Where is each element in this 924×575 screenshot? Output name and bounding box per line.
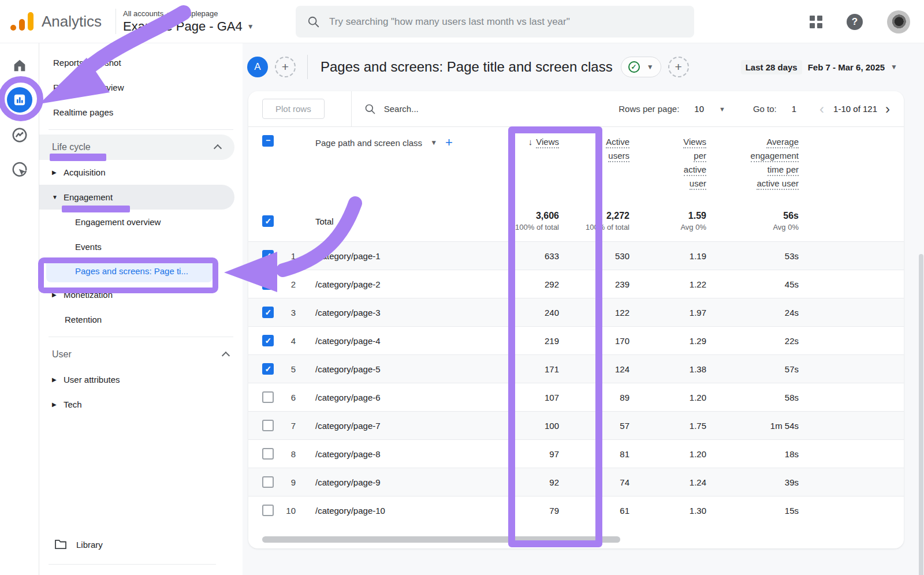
add-dimension-icon[interactable]: +	[445, 135, 453, 150]
page-path: /category/page-2	[304, 279, 485, 289]
date-range-value: Feb 7 - Mar 6, 2025	[808, 62, 885, 72]
chevron-down-icon: ▼	[891, 63, 897, 71]
table-search-input[interactable]: Search...	[364, 103, 419, 115]
page-path: /category/page-1	[304, 251, 485, 261]
row-checkbox[interactable]	[262, 476, 274, 488]
add-comparison-button[interactable]: +	[275, 57, 296, 77]
column-header-views-per-active-user[interactable]: Views per active user	[636, 135, 713, 191]
pagination-range: 1-10 of 121	[833, 104, 877, 114]
dimension-header[interactable]: Page path and screen class ▼ +	[304, 135, 485, 150]
page-path: /category/page-10	[304, 506, 485, 516]
reports-sidebar: Reports snapshot Realtime overview Realt…	[39, 43, 243, 575]
explore-icon[interactable]	[8, 123, 32, 147]
page-path: /category/page-9	[304, 477, 485, 487]
row-checkbox[interactable]	[262, 391, 274, 403]
search-placeholder: Try searching "how many users last month…	[329, 16, 570, 28]
help-icon[interactable]: ?	[847, 14, 863, 30]
global-search-input[interactable]: Try searching "how many users last month…	[296, 6, 694, 38]
sidebar-item-realtime-overview[interactable]: Realtime overview	[39, 75, 243, 100]
home-icon[interactable]	[8, 54, 32, 78]
section-life-cycle[interactable]: Life cycle	[39, 135, 234, 160]
table-row: 9 /category/page-9 92 74 1.24 39s	[248, 468, 904, 496]
nav-rail	[0, 43, 39, 575]
report-owner-avatar[interactable]: A	[247, 57, 268, 77]
date-preset-label: Last 28 days	[741, 60, 802, 74]
chevron-down-icon[interactable]: ▼	[719, 106, 725, 113]
sidebar-divider	[49, 564, 216, 565]
sidebar-item-realtime-pages[interactable]: Realtime pages	[39, 100, 243, 125]
table-row: 4 /category/page-4 219 170 1.29 22s	[248, 326, 904, 354]
page-path: /category/page-7	[304, 421, 485, 431]
sidebar-item-user-attributes[interactable]: ▶ User attributes	[39, 367, 243, 392]
plot-rows-button[interactable]: Plot rows	[262, 99, 325, 119]
google-analytics-logo-icon	[12, 11, 36, 32]
next-page-icon[interactable]: ›	[885, 102, 890, 116]
breadcrumb-account[interactable]: examplepage	[173, 9, 218, 18]
user-avatar[interactable]	[887, 10, 910, 33]
date-range-picker[interactable]: Last 28 days Feb 7 - Mar 6, 2025 ▼	[741, 60, 912, 74]
page-title: Pages and screens: Page title and screen…	[321, 59, 613, 75]
expand-arrow-icon: ▶	[52, 376, 58, 383]
sidebar-item-acquisition[interactable]: ▶ Acquisition	[39, 160, 243, 185]
section-user[interactable]: User	[39, 342, 243, 367]
row-checkbox[interactable]	[262, 505, 274, 516]
advertising-icon[interactable]	[8, 158, 32, 182]
sidebar-item-tech[interactable]: ▶ Tech	[39, 392, 243, 417]
row-checkbox[interactable]	[262, 335, 274, 346]
total-views: 3,606	[485, 211, 559, 221]
property-selector[interactable]: Example Page - GA4 ▼	[123, 19, 254, 34]
reports-icon[interactable]	[7, 87, 32, 113]
row-checkbox[interactable]	[262, 420, 274, 431]
sidebar-item-reports-snapshot[interactable]: Reports snapshot	[39, 50, 243, 75]
total-label: Total	[304, 216, 485, 226]
sidebar-item-library[interactable]: Library	[39, 539, 243, 550]
column-header-average-engagement-time[interactable]: Average engagement time per active user	[713, 135, 806, 191]
expand-arrow-icon: ▶	[52, 292, 58, 298]
page-path: /category/page-5	[304, 364, 485, 374]
row-checkbox[interactable]	[262, 278, 274, 290]
table-row: 2 /category/page-2 292 239 1.22 45s	[248, 270, 904, 298]
previous-page-icon[interactable]: ‹	[819, 102, 824, 116]
horizontal-scrollbar[interactable]	[262, 536, 620, 543]
table-controls: Plot rows Search... Rows per page: 10 ▼ …	[248, 91, 904, 127]
table-row: 6 /category/page-6 107 89 1.20 58s	[248, 383, 904, 411]
row-checkbox[interactable]	[262, 250, 274, 262]
collapse-arrow-icon: ▼	[52, 194, 58, 200]
chevron-down-icon[interactable]: ▼	[430, 139, 437, 147]
select-all-checkbox[interactable]	[262, 135, 274, 147]
column-header-views[interactable]: ↓Views	[485, 135, 566, 149]
apps-grid-icon[interactable]	[810, 16, 822, 28]
table-row: 10 /category/page-10 79 61 1.30 15s	[248, 496, 904, 524]
add-segment-button[interactable]: +	[668, 57, 689, 77]
sidebar-item-events[interactable]: Events	[39, 234, 243, 259]
sidebar-item-retention[interactable]: Retention	[39, 307, 243, 332]
page-path: /category/page-8	[304, 449, 485, 459]
report-main-area: A + Pages and screens: Page title and sc…	[243, 43, 924, 575]
rows-per-page-select[interactable]: 10	[694, 104, 704, 114]
table-row: 8 /category/page-8 97 81 1.20 18s	[248, 439, 904, 468]
sidebar-item-pages-and-screens[interactable]: Pages and screens: Page ti...	[46, 259, 213, 282]
controls-divider	[351, 91, 352, 127]
row-checkbox[interactable]	[262, 363, 274, 375]
table-row: 7 /category/page-7 100 57 1.75 1m 54s	[248, 411, 904, 439]
go-to-page-input[interactable]: 1	[792, 104, 796, 114]
sidebar-item-monetization[interactable]: ▶ Monetization	[39, 282, 243, 307]
rows-per-page-label: Rows per page:	[619, 104, 679, 114]
chevron-down-icon: ▼	[247, 23, 254, 31]
row-checkbox[interactable]	[262, 448, 274, 460]
total-views-per-user: 1.59	[636, 211, 706, 221]
column-header-active-users[interactable]: Active users	[566, 135, 636, 163]
page-path: /category/page-3	[304, 308, 485, 318]
sidebar-item-engagement[interactable]: ▼ Engagement	[39, 185, 234, 210]
report-table-card: Plot rows Search... Rows per page: 10 ▼ …	[248, 91, 904, 548]
row-checkbox[interactable]	[262, 307, 274, 318]
total-row-checkbox[interactable]	[262, 215, 274, 227]
vertical-scrollbar[interactable]	[919, 254, 923, 575]
sidebar-divider	[49, 129, 233, 130]
go-to-label: Go to:	[753, 104, 777, 114]
report-status-pill[interactable]: ✓ ▼	[621, 57, 661, 77]
breadcrumb-all-accounts[interactable]: All accounts	[123, 9, 163, 18]
expand-arrow-icon: ▶	[52, 401, 58, 408]
breadcrumb: All accounts › examplepage Example Page …	[123, 9, 254, 34]
sidebar-item-engagement-overview[interactable]: Engagement overview	[39, 210, 243, 234]
